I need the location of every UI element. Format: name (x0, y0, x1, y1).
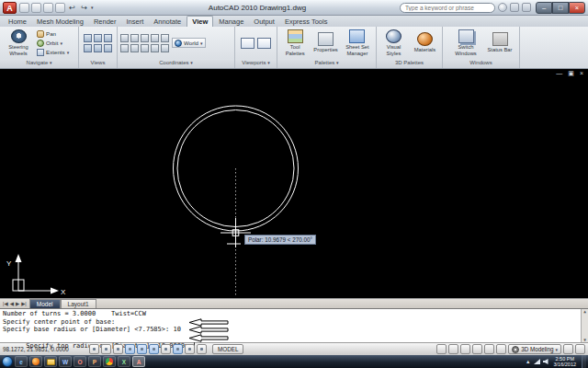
clean-screen-button[interactable] (575, 344, 585, 354)
panel-label-navigate[interactable]: Navigate ▾ (0, 59, 78, 68)
polar-toggle[interactable] (125, 344, 135, 354)
command-prompt-line[interactable]: Specify top radius or [Diameter] <10.000… (3, 334, 579, 342)
tab-model[interactable]: Model (29, 299, 61, 308)
properties-button[interactable]: Properties (312, 32, 339, 52)
view-preset-icon[interactable] (104, 34, 112, 42)
doc-minimize-icon[interactable]: — (556, 70, 562, 77)
ucs-tool-icon[interactable] (130, 44, 139, 52)
panel-label-palettes[interactable]: Palettes ▾ (277, 59, 376, 68)
sheet-set-manager-button[interactable]: Sheet Set Manager (342, 29, 373, 55)
search-input[interactable] (400, 3, 495, 13)
visual-styles-button[interactable]: Visual Styles (379, 29, 408, 55)
show-motion-button[interactable] (496, 344, 506, 354)
materials-button[interactable]: Materials (411, 32, 439, 52)
ucs-tool-icon[interactable] (141, 34, 149, 42)
panel-label-windows[interactable]: Windows (443, 59, 519, 68)
model-space-button[interactable]: MODEL (212, 344, 243, 354)
powerpoint-taskbar-button[interactable]: P (88, 356, 101, 367)
ucs-tool-icon[interactable] (130, 34, 139, 42)
tab-layout1[interactable]: Layout1 (61, 299, 96, 308)
view-preset-icon[interactable] (84, 34, 92, 42)
otrack-toggle[interactable] (149, 344, 159, 354)
tab-output[interactable]: Output (249, 17, 279, 27)
view-preset-icon[interactable] (84, 44, 92, 52)
lwt-toggle[interactable] (185, 344, 195, 354)
redo-icon[interactable]: ↪ (79, 3, 89, 13)
orbit-dropdown-icon[interactable]: ▾ (60, 40, 62, 46)
extents-dropdown-icon[interactable]: ▾ (67, 50, 70, 55)
named-viewport-icon[interactable] (257, 38, 271, 49)
workspace-switcher[interactable]: 3D Modeling ▾ (508, 344, 561, 354)
panel-label-viewports[interactable]: Viewports ▾ (235, 59, 277, 68)
ortho-toggle[interactable] (113, 344, 123, 354)
extents-button[interactable]: Extents ▾ (37, 49, 69, 56)
qp-toggle[interactable] (197, 344, 207, 354)
folder-taskbar-button[interactable] (44, 356, 57, 367)
quick-view-layouts-button[interactable] (436, 344, 447, 354)
viewport-config-icon[interactable] (241, 38, 254, 49)
tab-home[interactable]: Home (4, 17, 31, 27)
open-file-icon[interactable] (31, 3, 41, 13)
application-menu-button[interactable]: A (3, 2, 17, 14)
quick-view-drawings-button[interactable] (448, 344, 458, 354)
doc-restore-icon[interactable]: ▣ (568, 70, 574, 77)
chrome-taskbar-button[interactable] (103, 356, 116, 367)
panel-label-views[interactable]: Views (79, 59, 117, 68)
view-preset-icon[interactable] (94, 44, 102, 52)
tab-insert[interactable]: Insert (121, 17, 148, 27)
autocad-taskbar-button[interactable]: A (132, 356, 145, 367)
firefox-taskbar-button[interactable] (29, 356, 42, 367)
scroll-up-icon[interactable]: ▲ (583, 309, 586, 314)
steering-wheels-button[interactable]: Steering Wheels (3, 29, 34, 55)
grid-toggle[interactable] (101, 344, 111, 354)
tool-palettes-button[interactable]: Tool Palettes (280, 29, 310, 55)
tab-express-tools[interactable]: Express Tools (280, 17, 333, 27)
next-tab-button[interactable]: ▶ (16, 301, 19, 306)
word-taskbar-button[interactable]: W (59, 356, 72, 367)
ucs-tool-icon[interactable] (151, 44, 159, 52)
command-line-window[interactable]: Number of turns = 3.0000 Twist=CCW Speci… (0, 308, 588, 342)
favorites-icon[interactable] (522, 3, 531, 12)
ucs-tool-icon[interactable] (120, 34, 129, 42)
network-icon[interactable] (534, 359, 540, 364)
maximize-button[interactable]: □ (552, 2, 569, 14)
tab-view[interactable]: View (187, 16, 213, 27)
tab-annotate[interactable]: Annotate (149, 17, 186, 27)
command-scrollbar[interactable]: ▲ ▼ (581, 309, 588, 342)
close-button[interactable]: × (569, 2, 585, 14)
undo-icon[interactable]: ↩ (67, 3, 77, 13)
doc-close-icon[interactable]: × (580, 70, 583, 77)
osnap-toggle[interactable] (137, 344, 147, 354)
ucs-tool-icon[interactable] (161, 44, 169, 52)
scroll-down-icon[interactable]: ▼ (583, 338, 586, 342)
ucs-world-dropdown[interactable]: World ▾ (172, 38, 206, 48)
taskbar-clock[interactable]: 2:50 PM 3/16/2012 (551, 356, 579, 367)
drawing-area[interactable]: Y X — ▣ × Polar: 10.9679 < 270.00° (0, 69, 588, 298)
snap-toggle[interactable] (89, 344, 99, 354)
switch-windows-button[interactable]: Switch Windows (448, 29, 483, 55)
ucs-tool-icon[interactable] (151, 34, 159, 42)
communication-center-icon[interactable] (510, 3, 519, 12)
view-preset-icon[interactable] (104, 44, 112, 52)
plot-icon[interactable] (55, 3, 65, 13)
qat-dropdown-icon[interactable]: ▾ (91, 5, 94, 10)
status-bar-button[interactable]: Status Bar (486, 32, 514, 52)
volume-icon[interactable] (543, 359, 548, 364)
ucs-tool-icon[interactable] (161, 34, 169, 42)
view-preset-icon[interactable] (94, 34, 102, 42)
first-tab-button[interactable]: |◀ (3, 301, 8, 306)
ducs-toggle[interactable] (161, 344, 171, 354)
steering-wheel-tool-button[interactable] (484, 344, 494, 354)
pan-tool-button[interactable] (460, 344, 470, 354)
new-file-icon[interactable] (19, 3, 29, 13)
tab-mesh-modeling[interactable]: Mesh Modeling (32, 17, 88, 27)
dyn-toggle[interactable] (173, 344, 183, 354)
prev-tab-button[interactable]: ◀ (10, 301, 14, 306)
pan-button[interactable]: Pan (37, 30, 69, 38)
panel-label-3d-palettes[interactable]: 3D Palettes (377, 59, 442, 68)
opera-taskbar-button[interactable]: O (74, 356, 86, 367)
minimize-button[interactable]: – (536, 2, 552, 14)
show-desktop-button[interactable] (582, 355, 586, 368)
ucs-tool-icon[interactable] (141, 44, 149, 52)
last-tab-button[interactable]: ▶| (21, 301, 27, 306)
